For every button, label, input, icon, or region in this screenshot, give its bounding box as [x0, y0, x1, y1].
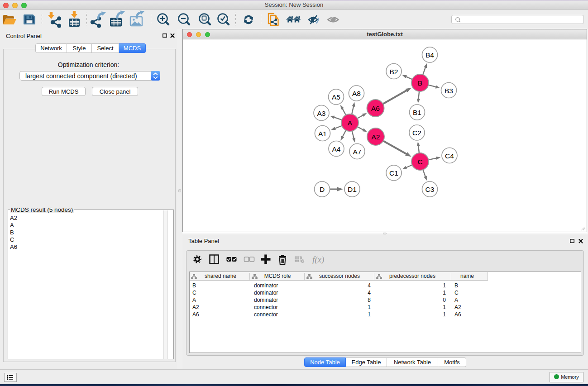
svg-text:A8: A8: [352, 90, 361, 97]
svg-text:A6: A6: [371, 105, 380, 112]
svg-text:A: A: [348, 119, 353, 127]
svg-text:B: B: [418, 79, 422, 87]
svg-text:A2: A2: [372, 133, 380, 141]
svg-text:f(x): f(x): [312, 255, 324, 265]
svg-text:C2: C2: [412, 129, 421, 137]
svg-text:A1: A1: [318, 130, 327, 138]
svg-text:A7: A7: [353, 148, 362, 156]
svg-text:B2: B2: [390, 68, 398, 76]
svg-text:A3: A3: [317, 110, 326, 117]
svg-text:D: D: [320, 186, 325, 193]
svg-text:D1: D1: [348, 186, 357, 193]
svg-text:C: C: [417, 158, 422, 166]
svg-text:B1: B1: [413, 109, 421, 116]
svg-text:C1: C1: [389, 169, 398, 177]
svg-text:B3: B3: [445, 87, 453, 95]
svg-text:C3: C3: [425, 186, 435, 193]
svg-text:A4: A4: [332, 145, 341, 153]
svg-text:A5: A5: [332, 93, 340, 101]
svg-text:C4: C4: [445, 152, 454, 160]
svg-text:B4: B4: [425, 51, 434, 59]
